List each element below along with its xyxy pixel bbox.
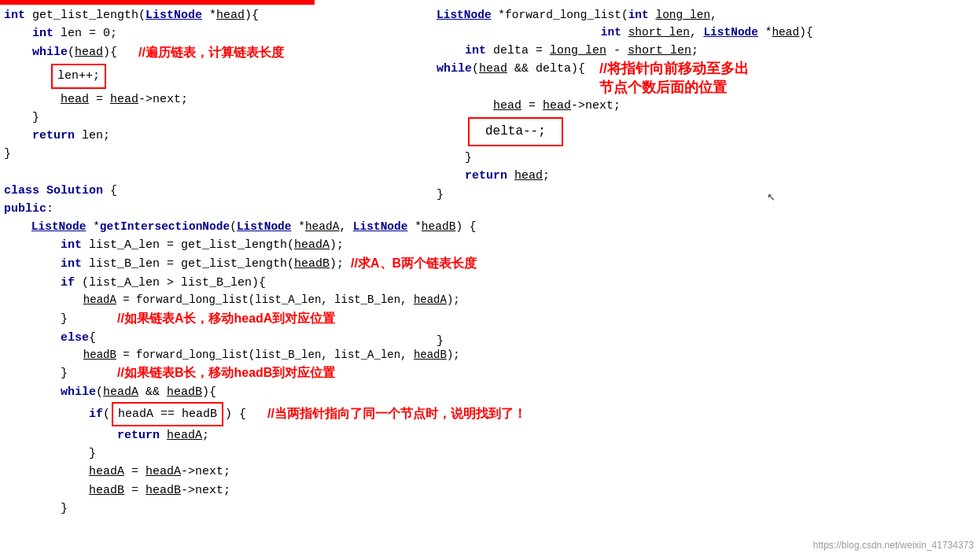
top-red-bar <box>0 0 315 5</box>
keyword-int: int <box>32 27 53 40</box>
cursor: ↖ <box>767 187 776 205</box>
code-line: } <box>437 149 813 167</box>
comment-move-headB: //如果链表B长，移动headB到对应位置 <box>117 363 335 383</box>
highlight-headA-eq-headB: headA == headB <box>112 402 223 426</box>
highlight-delta-decrement: delta--; <box>468 117 563 146</box>
code-line: headA = headA->next; <box>4 463 526 481</box>
watermark: https://blog.csdn.net/weixin_41734373 <box>813 540 974 551</box>
highlight-len-increment: len++; <box>51 64 106 88</box>
code-line: while(headA && headB){ <box>4 383 526 401</box>
code-line: headB = headB->next; <box>4 481 526 500</box>
comment-move-headA: //如果链表A长，移动headA到对应位置 <box>117 309 335 329</box>
code-line: if (headA == headB) { //当两指针指向了同一个节点时，说明… <box>4 402 526 426</box>
code-line: ListNode *forward_long_list(int long_len… <box>437 6 813 24</box>
code-line <box>437 204 813 222</box>
code-line: } //如果链表B长，移动headB到对应位置 <box>4 363 526 383</box>
code-line: } <box>4 444 526 463</box>
comment-found: //当两指针指向了同一个节点时，说明找到了！ <box>267 404 526 424</box>
code-line: int delta = long_len - short_len; <box>437 42 813 60</box>
code-line: while(head && delta){ //将指针向前移动至多出节点个数后面… <box>437 60 813 97</box>
keyword-int: int <box>4 9 25 22</box>
comment-traverse: //遍历链表，计算链表长度 <box>138 43 284 63</box>
code-line: return headA; <box>4 426 526 444</box>
code-line: head = head->next; <box>437 97 813 115</box>
right-column: ListNode *forward_long_list(int long_len… <box>437 6 813 350</box>
func-name: get_list_length(ListNode *head){ <box>32 9 259 22</box>
code-line: } <box>437 332 813 350</box>
code-line: return head; <box>437 167 813 185</box>
comment-move-ptr: //将指针向前移动至多出节点个数后面的位置 <box>599 60 749 97</box>
code-area: int get_list_length(ListNode *head){ int… <box>0 0 980 557</box>
code-line: } <box>4 500 526 518</box>
code-line: int short_len, ListNode *head){ <box>437 24 813 41</box>
code-line: delta--; <box>437 117 813 146</box>
code-line: } <box>437 186 813 204</box>
